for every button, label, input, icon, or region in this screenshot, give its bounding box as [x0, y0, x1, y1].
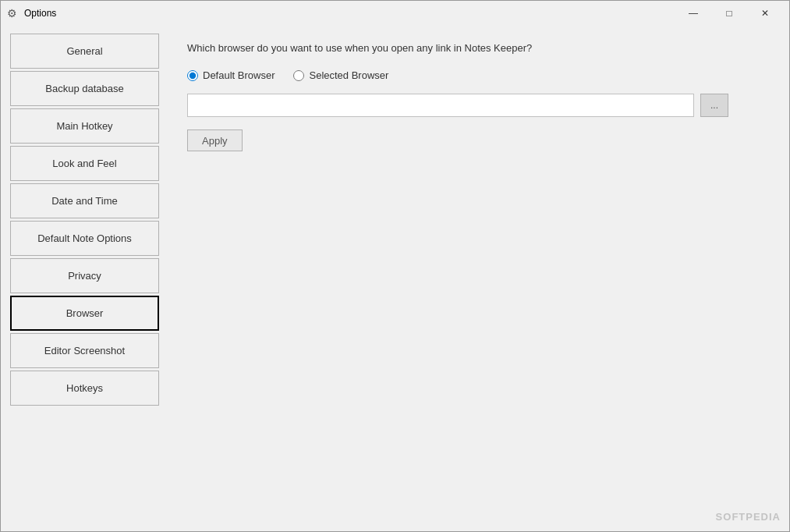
sidebar-item-browser[interactable]: Browser: [10, 296, 159, 331]
sidebar-item-hotkeys[interactable]: Hotkeys: [10, 371, 159, 406]
window-controls: — □ ✕: [675, 1, 783, 26]
browser-path-input[interactable]: [187, 94, 694, 117]
selected-browser-radio[interactable]: [293, 70, 304, 81]
sidebar-item-date-and-time[interactable]: Date and Time: [10, 183, 159, 218]
selected-browser-label: Selected Browser: [309, 69, 388, 81]
title-bar: ⚙ Options — □ ✕: [1, 1, 789, 26]
app-icon: ⚙: [7, 7, 19, 20]
default-browser-option[interactable]: Default Browser: [187, 69, 275, 81]
options-window: ⚙ Options — □ ✕ General Backup database …: [0, 0, 790, 532]
default-browser-radio[interactable]: [187, 70, 198, 81]
sidebar-item-privacy[interactable]: Privacy: [10, 258, 159, 293]
sidebar-item-default-note-options[interactable]: Default Note Options: [10, 221, 159, 256]
apply-button[interactable]: Apply: [187, 129, 243, 151]
default-browser-label: Default Browser: [203, 69, 275, 81]
sidebar-item-editor-screenshot[interactable]: Editor Screenshot: [10, 333, 159, 368]
sidebar-item-backup-database[interactable]: Backup database: [10, 71, 159, 106]
minimize-button[interactable]: —: [675, 1, 711, 26]
browser-radio-group: Default Browser Selected Browser: [187, 69, 771, 81]
maximize-button[interactable]: □: [711, 1, 747, 26]
watermark: SOFTPEDIA: [716, 511, 781, 523]
sidebar-item-look-and-feel[interactable]: Look and Feel: [10, 146, 159, 181]
browse-button[interactable]: ...: [700, 94, 728, 117]
content-area: General Backup database Main Hotkey Look…: [1, 26, 789, 531]
close-button[interactable]: ✕: [747, 1, 783, 26]
browser-input-row: ...: [187, 94, 771, 117]
main-panel: Which browser do you want to use when yo…: [168, 26, 789, 531]
sidebar-item-general[interactable]: General: [10, 34, 159, 69]
sidebar: General Backup database Main Hotkey Look…: [1, 26, 168, 531]
window-title: Options: [24, 8, 675, 19]
description-text: Which browser do you want to use when yo…: [187, 41, 771, 55]
sidebar-item-main-hotkey[interactable]: Main Hotkey: [10, 108, 159, 144]
selected-browser-option[interactable]: Selected Browser: [293, 69, 388, 81]
